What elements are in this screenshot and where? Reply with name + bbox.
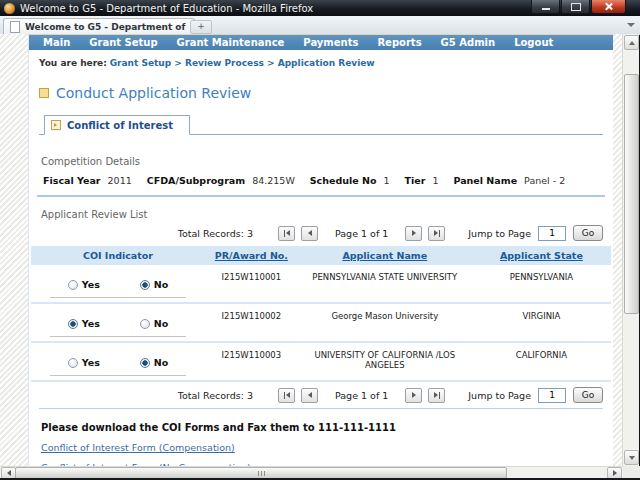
coi-no-option[interactable]: No bbox=[140, 318, 168, 329]
coi-no-radio[interactable] bbox=[140, 358, 150, 368]
applicant-state-cell: VIRGINIA bbox=[472, 303, 611, 342]
applicant-name-cell: PENNSYLVANIA STATE UNIVERSITY bbox=[298, 265, 472, 303]
jump-to-page-label: Jump to Page bbox=[468, 228, 531, 239]
coi-no-radio[interactable] bbox=[140, 280, 150, 290]
nav-item-g5-admin[interactable]: G5 Admin bbox=[441, 35, 496, 50]
nav-item-grant-maintenance[interactable]: Grant Maintenance bbox=[177, 35, 285, 50]
coi-form-compensation-link[interactable]: Conflict of Interest Form (Compensation) bbox=[41, 442, 601, 453]
tab-list-dropdown-icon[interactable] bbox=[627, 23, 635, 27]
first-page-button[interactable] bbox=[278, 388, 295, 403]
header-pr-award-no[interactable]: PR/Award No. bbox=[205, 246, 298, 265]
last-page-button[interactable] bbox=[428, 388, 445, 403]
coi-yes-option[interactable]: Yes bbox=[68, 318, 100, 329]
prev-page-icon bbox=[308, 230, 312, 236]
page-viewport: Main Grant Setup Grant Maintenance Payme… bbox=[0, 34, 622, 466]
vertical-scrollbar-thumb[interactable] bbox=[624, 74, 639, 314]
coi-yes-option[interactable]: Yes bbox=[68, 279, 100, 290]
competition-details-label: Competition Details bbox=[41, 156, 601, 167]
breadcrumb-path[interactable]: Grant Setup > Review Process > Applicati… bbox=[110, 58, 375, 68]
browser-tabstrip: Welcome to G5 - Department of Edu... + bbox=[0, 16, 640, 35]
coi-no-option[interactable]: No bbox=[140, 279, 168, 290]
scroll-down-button[interactable] bbox=[624, 450, 639, 465]
last-page-button[interactable] bbox=[428, 226, 445, 241]
field-fiscal-year: Fiscal Year 2011 bbox=[43, 175, 132, 186]
coi-yes-radio[interactable] bbox=[68, 280, 78, 290]
jump-to-page-input[interactable] bbox=[538, 226, 566, 241]
prev-page-icon bbox=[308, 392, 312, 398]
applicant-state-cell: CALIFORNIA bbox=[472, 342, 611, 381]
pr-award-cell: I215W110003 bbox=[205, 342, 298, 381]
page-content: Main Grant Setup Grant Maintenance Payme… bbox=[28, 34, 613, 466]
coi-indicator-cell: Yes No bbox=[31, 303, 205, 342]
table-row: Yes No I215W110001 PENNSYLVANIA STATE UN… bbox=[31, 265, 611, 303]
go-button[interactable]: Go bbox=[573, 387, 603, 403]
last-page-icon bbox=[434, 230, 438, 236]
minimize-icon bbox=[542, 8, 550, 10]
maximize-button[interactable] bbox=[561, 0, 590, 14]
total-records-label: Total Records: 3 bbox=[178, 390, 253, 401]
header-applicant-name[interactable]: Applicant Name bbox=[298, 246, 472, 265]
applicant-name-cell: George Mason University bbox=[298, 303, 472, 342]
coi-no-option[interactable]: No bbox=[140, 357, 168, 368]
coi-fax-instruction: Please download the COI Forms and Fax th… bbox=[41, 422, 601, 433]
nav-item-logout[interactable]: Logout bbox=[514, 35, 553, 50]
total-records-label: Total Records: 3 bbox=[178, 228, 253, 239]
breadcrumb: You are here: Grant Setup > Review Proce… bbox=[29, 50, 613, 68]
coi-yes-radio[interactable] bbox=[68, 319, 78, 329]
arrow-down-icon bbox=[629, 456, 635, 460]
field-cfda-subprogram: CFDA/Subprogram 84.215W bbox=[147, 175, 295, 186]
field-panel-name: Panel Name Panel - 2 bbox=[453, 175, 565, 186]
coi-yes-radio[interactable] bbox=[68, 358, 78, 368]
breadcrumb-prefix: You are here: bbox=[39, 58, 107, 68]
new-tab-button[interactable]: + bbox=[190, 20, 212, 34]
page-of-label: Page 1 of 1 bbox=[335, 228, 388, 239]
jump-to-page-input[interactable] bbox=[538, 388, 566, 403]
first-page-button[interactable] bbox=[278, 226, 295, 241]
nav-item-reports[interactable]: Reports bbox=[377, 35, 421, 50]
close-button[interactable] bbox=[591, 0, 626, 14]
browser-tab[interactable]: Welcome to G5 - Department of Edu... bbox=[3, 18, 195, 34]
page-of-label: Page 1 of 1 bbox=[335, 390, 388, 401]
main-navbar: Main Grant Setup Grant Maintenance Payme… bbox=[29, 34, 613, 50]
page-title-row: Conduct Application Review bbox=[39, 85, 603, 101]
applicant-name-cell: UNIVERSITY OF CALIFORNIA /LOS ANGELES bbox=[298, 342, 472, 381]
prev-page-button[interactable] bbox=[301, 226, 318, 241]
coi-yes-option[interactable]: Yes bbox=[68, 357, 100, 368]
field-schedule-no: Schedule No 1 bbox=[310, 175, 390, 186]
nav-item-main[interactable]: Main bbox=[43, 35, 70, 50]
header-coi-indicator: COI Indicator bbox=[31, 246, 205, 265]
applicant-review-table: COI Indicator PR/Award No. Applicant Nam… bbox=[31, 246, 611, 382]
title-bullet-icon bbox=[39, 88, 49, 98]
next-page-button[interactable] bbox=[405, 226, 422, 241]
firefox-icon bbox=[4, 3, 15, 14]
last-page-icon bbox=[434, 392, 438, 398]
prev-page-button[interactable] bbox=[301, 388, 318, 403]
tab-label: Conflict of Interest bbox=[67, 120, 173, 131]
competition-fields: Fiscal Year 2011 CFDA/Subprogram 84.215W… bbox=[37, 175, 605, 197]
header-applicant-state[interactable]: Applicant State bbox=[472, 246, 611, 265]
coi-indicator-cell: Yes No bbox=[31, 265, 205, 303]
arrow-up-icon bbox=[629, 41, 635, 45]
tab-conflict-of-interest[interactable]: Conflict of Interest bbox=[44, 115, 190, 135]
section-divider bbox=[39, 408, 603, 409]
applicant-review-list-label: Applicant Review List bbox=[41, 209, 601, 220]
page-icon bbox=[10, 21, 20, 33]
vertical-scrollbar[interactable] bbox=[622, 34, 639, 466]
applicant-state-cell: PENNSYLVANIA bbox=[472, 265, 611, 303]
coi-indicator-cell: Yes No bbox=[31, 342, 205, 381]
close-icon bbox=[604, 2, 613, 11]
scroll-up-button[interactable] bbox=[624, 35, 639, 50]
maximize-icon bbox=[571, 3, 581, 11]
nav-item-payments[interactable]: Payments bbox=[303, 35, 358, 50]
minimize-button[interactable] bbox=[531, 0, 560, 14]
next-page-icon bbox=[412, 392, 416, 398]
go-button[interactable]: Go bbox=[573, 225, 603, 241]
scrollbar-corner bbox=[623, 466, 640, 478]
window-titlebar: Welcome to G5 - Department of Education … bbox=[0, 0, 640, 16]
table-row: Yes No I215W110003 UNIVERSITY OF CALIFOR… bbox=[31, 342, 611, 381]
coi-no-radio[interactable] bbox=[140, 319, 150, 329]
table-header-row: COI Indicator PR/Award No. Applicant Nam… bbox=[31, 246, 611, 265]
table-row: Yes No I215W110002 George Mason Universi… bbox=[31, 303, 611, 342]
nav-item-grant-setup[interactable]: Grant Setup bbox=[89, 35, 157, 50]
next-page-button[interactable] bbox=[405, 388, 422, 403]
